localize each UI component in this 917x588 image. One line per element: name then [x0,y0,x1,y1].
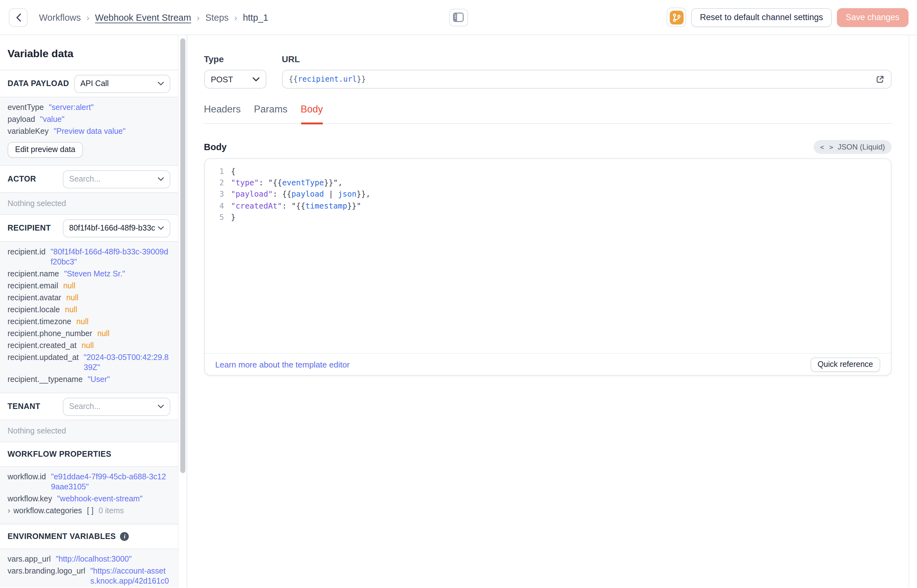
kv-key: recipient.email [8,281,58,291]
quick-reference-button[interactable]: Quick reference [811,357,880,372]
breadcrumb-workflow-name[interactable]: Webhook Event Stream [95,12,191,22]
kv-row: vars.app_url"http://localhost:3000" [0,554,178,564]
actor-empty-note: Nothing selected [0,198,178,208]
line-number: 5 [205,212,224,223]
http-method-select[interactable]: POST [204,70,266,89]
kv-key: recipient.phone_number [8,328,92,339]
url-value: {{recipient.url}} [289,75,366,84]
variable-data-sidebar: Variable data DATA PAYLOAD API Call even… [0,35,187,587]
kv-row: recipient.__typename"User" [0,375,178,384]
environment-variables-section: vars.app_url"http://localhost:3000"vars.… [0,549,178,587]
kv-value: "value" [40,114,170,124]
breadcrumb-steps: Steps [205,12,229,22]
kv-row: recipient.emailnull [0,281,178,291]
code-editor[interactable]: 1{2"type": "{{eventType}}",3"payload": {… [205,159,891,353]
kv-extra: 0 items [98,506,124,516]
recipient-properties-section: recipient.id"80f1f4bf-166d-48f9-b33c-390… [0,242,178,393]
kv-key: workflow.id [8,472,46,482]
data-payload-select[interactable]: API Call [74,74,170,93]
edit-preview-data-button[interactable]: Edit preview data [8,142,83,158]
tenant-label: TENANT [8,402,63,411]
kv-row: workflow.id"e91ddae4-7f99-45cb-a688-3c12… [0,472,178,492]
kv-row: eventType"server:alert" [0,102,178,113]
kv-key: recipient.timezone [8,317,71,327]
git-branch-icon [670,10,683,24]
line-number: 1 [205,166,224,177]
save-changes-button[interactable]: Save changes [837,8,908,27]
tab-headers[interactable]: Headers [204,103,241,123]
data-payload-row: DATA PAYLOAD API Call [0,70,178,97]
tenant-empty-section: Nothing selected [0,420,178,442]
kv-key: workflow.categories [13,506,82,516]
kv-row: recipient.updated_at"2024-03-05T00:42:29… [0,352,178,373]
kv-key: recipient.name [8,269,59,279]
recipient-select[interactable]: 80f1f4bf-166d-48f9-b33c [63,219,170,237]
kv-key: variableKey [8,126,49,136]
request-editor-pane: Type POST URL {{recipient.url}} [187,35,909,587]
external-link-icon[interactable] [875,74,884,84]
kv-value: "https://account-assets.knock.app/42d161… [90,566,170,587]
app-root: Workflows › Webhook Event Stream › Steps… [0,0,917,588]
kv-row: recipient.localenull [0,305,178,315]
tab-body[interactable]: Body [301,103,323,123]
sidebar-scrollbar[interactable] [180,38,185,473]
tenant-search-combobox[interactable]: Search... [63,397,170,415]
actor-empty-section: Nothing selected [0,193,178,215]
language-badge: < > JSON (Liquid) [814,140,891,154]
breadcrumb-step-key: http_1 [243,12,268,22]
sidebar-panel-icon [453,13,464,22]
kv-row: recipient.timezonenull [0,317,178,327]
kv-key: recipient.updated_at [8,352,79,362]
kv-value: "80f1f4bf-166d-48f9-b33c-39009df20bc3" [50,247,170,267]
kv-row: ›workflow.categories[ ]0 items [0,506,178,516]
code-line: 2"type": "{{eventType}}", [205,177,891,189]
chevron-down-icon [158,82,164,86]
environment-variables-header: ENVIRONMENT VARIABLES i [0,525,178,549]
back-button[interactable] [9,8,27,27]
actor-search-combobox[interactable]: Search... [63,170,170,188]
info-icon[interactable]: i [120,532,129,541]
chevron-down-icon [158,177,164,181]
breadcrumb: Workflows › Webhook Event Stream › Steps… [39,12,268,22]
topbar: Workflows › Webhook Event Stream › Steps… [0,0,917,35]
template-editor: 1{2"type": "{{eventType}}",3"payload": {… [204,158,891,376]
kv-value: [ ] [87,506,94,516]
url-label: URL [282,54,891,64]
breadcrumb-separator: › [197,12,200,22]
code-icon: < > [820,143,834,151]
commit-button[interactable] [667,8,686,27]
payload-preview-section: eventType"server:alert"payload"value"var… [0,97,178,166]
tab-params[interactable]: Params [254,103,287,123]
tenant-row: TENANT Search... [0,393,178,420]
code-line: 4"createdAt": "{{timestamp}}" [205,200,891,212]
kv-key: eventType [8,102,44,113]
data-payload-label: DATA PAYLOAD [8,79,74,88]
kv-value: "User" [88,375,170,384]
breadcrumb-workflows[interactable]: Workflows [39,12,81,22]
kv-key: recipient.id [8,247,45,257]
request-tabs: HeadersParamsBody [204,103,891,124]
kv-row: recipient.id"80f1f4bf-166d-48f9-b33c-390… [0,247,178,267]
code-line: 1{ [205,166,891,177]
reset-channel-settings-button[interactable]: Reset to default channel settings [691,8,832,27]
line-number: 4 [205,200,224,212]
kv-key: vars.branding.logo_url [8,566,85,576]
kv-key: recipient.locale [8,305,60,315]
code-line: 3"payload": {{payload | json}}, [205,189,891,200]
url-input[interactable]: {{recipient.url}} [282,70,891,89]
learn-more-link[interactable]: Learn more about the template editor [215,360,350,369]
kv-key: recipient.avatar [8,293,61,303]
kv-value: "webhook-event-stream" [57,494,170,504]
kv-value: null [82,341,170,351]
recipient-row: RECIPIENT 80f1f4bf-166d-48f9-b33c [0,215,178,242]
content: Variable data DATA PAYLOAD API Call even… [0,35,917,587]
line-number: 3 [205,189,224,200]
request-config-row: Type POST URL {{recipient.url}} [204,54,891,89]
expand-caret-icon[interactable]: › [8,506,10,516]
chevron-down-icon [252,77,259,81]
chevron-down-icon [158,226,164,230]
breadcrumb-separator: › [234,12,237,22]
kv-row: recipient.name"Steven Metz Sr." [0,269,178,279]
kv-key: vars.app_url [8,554,51,564]
toggle-sidebar-button[interactable] [449,8,468,26]
